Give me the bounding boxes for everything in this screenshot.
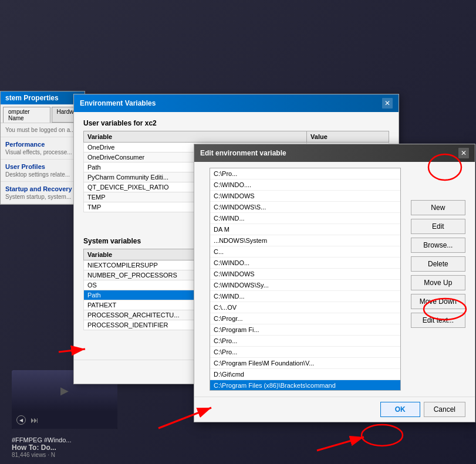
- edit-env-dialog: Edit environment variable ✕ C:\Pro...C:\…: [194, 144, 475, 422]
- env-dialog-titlebar: Environment Variables ✕: [74, 94, 399, 112]
- path-item[interactable]: D:\Git\cmd: [210, 369, 400, 380]
- performance-text: Visual effects, processe...: [5, 149, 80, 155]
- startup-section: Startup and Recovery System startup, sys…: [1, 182, 85, 204]
- edit-env-titlebar: Edit environment variable ✕: [194, 144, 475, 162]
- path-item[interactable]: C:\Pro...: [210, 336, 400, 347]
- edit-env-close-button[interactable]: ✕: [458, 148, 469, 158]
- edit-env-ok-button[interactable]: OK: [380, 402, 420, 417]
- startup-text: System startup, system...: [5, 194, 80, 200]
- performance-title: Performance: [5, 141, 80, 148]
- system-properties-dialog: stem Properties omputer Name Hardwa You …: [0, 91, 85, 205]
- browse-button[interactable]: Browse...: [411, 238, 465, 253]
- path-item[interactable]: C:\Pro...: [210, 347, 400, 358]
- edit-env-body: C:\Pro...C:\WINDO....C:\WINDOWSC:\WINDOW…: [194, 168, 475, 391]
- performance-section: Performance Visual effects, processe...: [1, 137, 85, 160]
- path-item[interactable]: C:\Program Files\M Foundation\V...: [210, 358, 400, 369]
- move-up-button[interactable]: Move Up: [411, 275, 465, 290]
- path-item[interactable]: C:\WINDOWS\S...: [210, 202, 400, 213]
- path-item[interactable]: C:\WIND...: [210, 213, 400, 224]
- path-item[interactable]: DA M: [210, 224, 400, 235]
- video-title: #FFMPEG #Windo...: [12, 436, 71, 443]
- path-item[interactable]: C:\Program Fi...: [210, 324, 400, 336]
- path-list-container[interactable]: C:\Pro...C:\WINDO....C:\WINDOWSC:\WINDOW…: [210, 168, 401, 391]
- video-subtitle: How To: Do...: [12, 443, 71, 452]
- path-item[interactable]: C:\WIND...: [210, 291, 400, 302]
- path-item[interactable]: C:\WINDOWS\Sy...: [210, 280, 400, 291]
- video-info: #FFMPEG #Windo... How To: Do... 81,446 v…: [12, 436, 71, 458]
- delete-path-button[interactable]: Delete: [411, 256, 465, 272]
- env-dialog-close-button[interactable]: ✕: [382, 98, 393, 109]
- user-value-col: Value: [307, 131, 389, 143]
- logged-on-text: You must be logged on a...: [5, 127, 80, 133]
- user-profiles-text: Desktop settings relate...: [5, 171, 80, 178]
- edit-side-buttons: New Edit Browse... Delete Move Up Move D…: [411, 200, 465, 328]
- edit-path-button[interactable]: Edit: [411, 219, 465, 234]
- edit-env-cancel-button[interactable]: Cancel: [424, 402, 465, 417]
- path-item[interactable]: C:\WINDO...: [210, 258, 400, 269]
- user-profiles-section: User Profiles Desktop settings relate...: [1, 160, 85, 182]
- video-controls: ◀ ⏭: [12, 411, 117, 429]
- user-vars-title: User variables for xc2: [83, 119, 389, 127]
- env-dialog-title: Environment Variables: [80, 99, 156, 107]
- sys-prop-tabs: omputer Name Hardwa: [1, 104, 85, 123]
- logged-on-section: You must be logged on a...: [1, 123, 85, 137]
- path-item[interactable]: C:\WINDOWS: [210, 191, 400, 202]
- path-item[interactable]: C...: [210, 246, 400, 258]
- user-var-col: Variable: [84, 131, 307, 143]
- play-icon: ◀: [16, 415, 26, 425]
- tab-computer-name[interactable]: omputer Name: [3, 107, 50, 123]
- path-item[interactable]: C:\Pro...: [210, 168, 400, 179]
- user-profiles-title: User Profiles: [5, 163, 80, 170]
- startup-title: Startup and Recovery: [5, 185, 80, 192]
- sys-prop-title: stem Properties: [1, 92, 85, 104]
- path-item[interactable]: ...NDOWS\System: [210, 235, 400, 246]
- path-item[interactable]: C:\...OV: [210, 302, 400, 313]
- move-down-button[interactable]: Move Down: [411, 294, 465, 309]
- titlebar-controls: ✕: [382, 98, 393, 109]
- path-item[interactable]: C:\WINDOWS: [210, 269, 400, 280]
- new-path-button[interactable]: New: [411, 200, 465, 215]
- path-item[interactable]: C:\Progr...: [210, 313, 400, 324]
- edit-env-bottom-buttons: OK Cancel: [194, 397, 475, 422]
- edit-env-title: Edit environment variable: [200, 149, 286, 157]
- path-list: C:\Pro...C:\WINDO....C:\WINDOWSC:\WINDOW…: [210, 168, 400, 391]
- path-item[interactable]: C:\Program Files (x86)\Brackets\command: [210, 380, 400, 391]
- next-icon: ⏭: [31, 415, 39, 425]
- video-views: 81,446 views · N: [12, 452, 71, 458]
- edit-env-titlebar-controls: ✕: [458, 148, 469, 158]
- path-item[interactable]: C:\WINDO....: [210, 179, 400, 191]
- edit-text-button[interactable]: Edit text...: [411, 313, 465, 328]
- path-list-wrapper: C:\Pro...C:\WINDO....C:\WINDOWSC:\WINDOW…: [200, 168, 410, 391]
